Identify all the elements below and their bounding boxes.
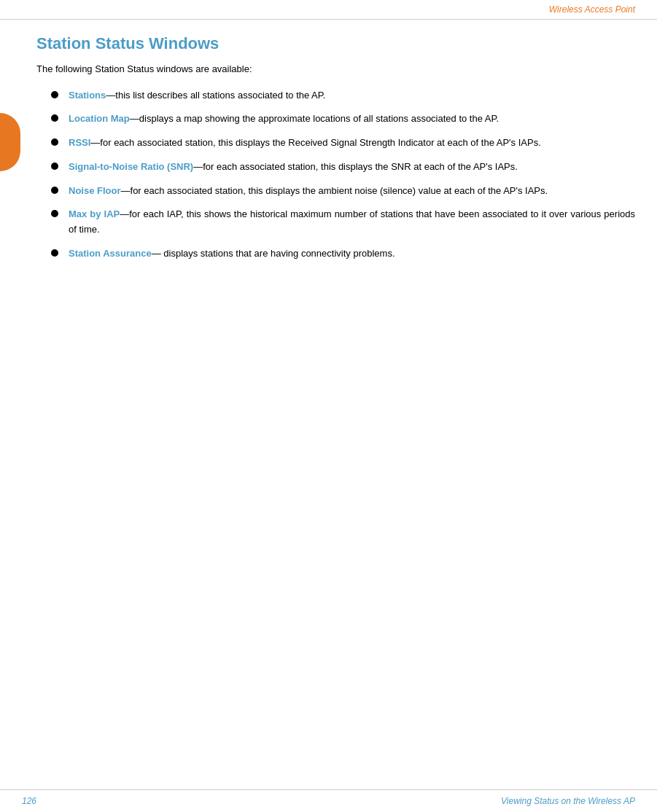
bullet-text-5: —for each associated station, this displ… (121, 185, 548, 196)
main-content: Station Status Windows The following Sta… (0, 20, 657, 285)
snr-link[interactable]: Signal-to-Noise Ratio (SNR) (69, 161, 193, 172)
bullet-text-1: —this list describes all stations associ… (106, 90, 325, 101)
bullet-text-4: —for each associated station, this displ… (193, 161, 518, 172)
bullet-content: Station Assurance— displays stations tha… (69, 246, 635, 262)
bullet-text-3: —for each associated station, this displ… (90, 137, 540, 148)
bullet-text-2: —displays a map showing the approximate … (130, 113, 499, 124)
page-footer: 126 Viewing Status on the Wireless AP (0, 789, 657, 812)
bullet-dot (51, 187, 58, 194)
intro-text: The following Station Status windows are… (36, 62, 635, 77)
footer-page-number: 126 (22, 796, 36, 806)
page-container: Wireless Access Point Station Status Win… (0, 0, 657, 812)
bullet-text-7: — displays stations that are having conn… (152, 248, 395, 259)
top-header: Wireless Access Point (0, 0, 657, 20)
location-map-link[interactable]: Location Map (69, 113, 130, 124)
list-item: Stations—this list describes all station… (51, 88, 635, 104)
noise-floor-link[interactable]: Noise Floor (69, 185, 121, 196)
bullet-text-6: —for each IAP, this shows the historical… (69, 208, 635, 235)
list-item: Noise Floor—for each associated station,… (51, 184, 635, 199)
bullet-dot (51, 114, 58, 122)
bullet-dot (51, 138, 58, 146)
bullet-content: Stations—this list describes all station… (69, 88, 635, 104)
max-by-iap-link[interactable]: Max by IAP (69, 208, 120, 219)
list-item: Location Map—displays a map showing the … (51, 112, 635, 127)
bullet-list: Stations—this list describes all station… (51, 88, 635, 262)
list-item: Signal-to-Noise Ratio (SNR)—for each ass… (51, 160, 635, 175)
bullet-content: Noise Floor—for each associated station,… (69, 184, 635, 199)
page-title: Station Status Windows (36, 34, 635, 53)
bullet-dot (51, 249, 58, 257)
list-item: RSSI—for each associated station, this d… (51, 136, 635, 151)
bullet-content: Signal-to-Noise Ratio (SNR)—for each ass… (69, 160, 635, 175)
bullet-dot (51, 91, 58, 98)
bullet-content: RSSI—for each associated station, this d… (69, 136, 635, 151)
header-title: Wireless Access Point (549, 4, 635, 15)
rssi-link[interactable]: RSSI (69, 137, 90, 148)
bullet-content: Max by IAP—for each IAP, this shows the … (69, 207, 635, 238)
list-item: Max by IAP—for each IAP, this shows the … (51, 207, 635, 238)
footer-chapter-title: Viewing Status on the Wireless AP (501, 796, 635, 806)
bullet-dot (51, 163, 58, 170)
bullet-dot (51, 210, 58, 217)
station-assurance-link[interactable]: Station Assurance (69, 248, 152, 259)
stations-link[interactable]: Stations (69, 90, 106, 101)
list-item: Station Assurance— displays stations tha… (51, 246, 635, 262)
bullet-content: Location Map—displays a map showing the … (69, 112, 635, 127)
